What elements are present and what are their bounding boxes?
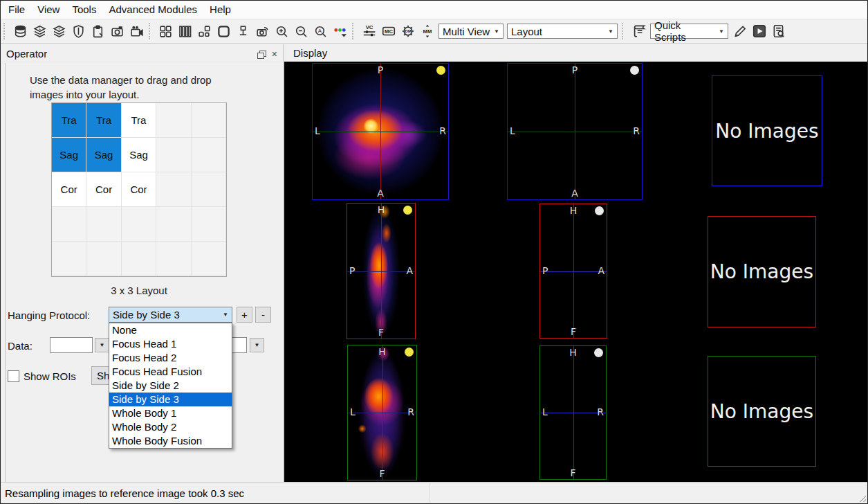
viewport-r1c3[interactable]: No Images	[712, 75, 822, 186]
layout-select[interactable]: Layout▼	[507, 24, 618, 39]
edit-script-button[interactable]	[730, 22, 749, 41]
hanging-protocol-option[interactable]: Focus Head 1	[109, 337, 232, 351]
layout-grid-cell[interactable]	[156, 207, 191, 242]
remove-protocol-button[interactable]: -	[255, 307, 271, 323]
volume-control-button[interactable]: VC	[360, 22, 378, 41]
layout-grid-cell[interactable]	[192, 207, 226, 242]
hanging-protocol-option[interactable]: Side by Side 3	[109, 393, 232, 406]
viewport-r3c1[interactable]: HFLR	[347, 345, 417, 480]
viewport-r2c1[interactable]: HFPA	[347, 203, 416, 339]
menu-item-file[interactable]: File	[2, 1, 31, 19]
screenshot-button[interactable]	[108, 22, 127, 41]
layout-grid-cell[interactable]	[156, 103, 191, 138]
hanging-protocol-option[interactable]: Focus Head Fusion	[109, 365, 232, 379]
pin-icon	[236, 24, 250, 39]
menu-item-advanced-modules[interactable]: Advanced Modules	[102, 1, 203, 19]
layout-single-button[interactable]	[214, 22, 233, 41]
main-toolbar: 1 + A VC MC DM MM Multi View▼ L	[1, 19, 867, 44]
layout-custom-button[interactable]	[195, 22, 214, 41]
menu-item-tools[interactable]: Tools	[66, 1, 102, 19]
report-button[interactable]	[769, 22, 788, 41]
data-manager-button[interactable]	[11, 22, 30, 41]
hanging-protocol-option[interactable]: Focus Head 2	[109, 351, 232, 365]
run-script-button[interactable]	[750, 22, 768, 41]
layout-grid-cell[interactable]: Sag	[122, 138, 156, 172]
layout-grid-cell[interactable]	[192, 242, 226, 276]
layout-grid-cell[interactable]	[52, 207, 86, 242]
layout-grid-cell[interactable]: Cor	[86, 172, 121, 207]
viewport-r2c3[interactable]: No Images	[708, 216, 816, 327]
layout-grid-cell[interactable]	[86, 242, 121, 276]
show-rois-checkbox[interactable]	[8, 370, 19, 382]
record-movie-button[interactable]	[127, 22, 146, 41]
layout-grid-cell[interactable]	[156, 138, 191, 172]
menu-bar: FileViewToolsAdvanced ModulesHelp	[1, 1, 867, 19]
toolbar-drag-handle[interactable]	[3, 23, 7, 39]
layout-grid-cell[interactable]: Cor	[52, 172, 86, 207]
database-icon	[13, 24, 28, 39]
layers-add-button[interactable]: +	[50, 22, 68, 41]
layout-grid-cell[interactable]	[192, 103, 226, 138]
viewport-r1c2[interactable]: PALR	[507, 63, 643, 200]
toolbar-drag-handle[interactable]	[622, 23, 625, 39]
pin-views-button[interactable]	[234, 22, 252, 41]
resize-grip[interactable]	[858, 494, 866, 502]
layout-grid-cell[interactable]	[192, 172, 226, 207]
menu-item-help[interactable]: Help	[203, 1, 237, 19]
svg-text:A: A	[318, 28, 322, 34]
viewport-r3c3[interactable]: No Images	[708, 356, 816, 467]
layout-grid-cell[interactable]: Sag	[86, 138, 121, 172]
menu-item-view[interactable]: View	[31, 1, 66, 19]
layout-columns-button[interactable]	[176, 22, 194, 41]
min-max-button[interactable]: MM	[418, 22, 436, 41]
layout-grid-cell[interactable]	[52, 242, 86, 276]
layout-grid-cell[interactable]	[156, 172, 191, 207]
layout-2x2-button[interactable]	[156, 22, 175, 41]
layout-grid-cell[interactable]	[122, 242, 156, 276]
layout-grid-cell[interactable]: Tra	[86, 103, 121, 138]
layout-grid-cell[interactable]: Tra	[52, 103, 86, 138]
hanging-protocol-option[interactable]: Whole Body 1	[109, 406, 232, 420]
toolbar-drag-handle[interactable]	[149, 23, 152, 39]
layout-grid-cell[interactable]	[86, 207, 121, 242]
layers-single-button[interactable]: 1	[30, 22, 49, 41]
layout-grid-cell[interactable]: Cor	[122, 172, 156, 207]
zoom-in-button[interactable]	[273, 22, 291, 41]
paste-button[interactable]	[89, 22, 107, 41]
crosshair-horizontal-line	[313, 132, 448, 132]
add-protocol-button[interactable]: +	[237, 307, 252, 323]
close-panel-icon[interactable]: ×	[272, 50, 277, 58]
quick-scripts-select[interactable]: Quick Scripts▼	[650, 24, 728, 39]
application-window: FileViewToolsAdvanced ModulesHelp 1 + A	[0, 0, 868, 504]
float-panel-icon[interactable]	[257, 51, 265, 57]
data-module-button[interactable]: DM	[398, 22, 417, 41]
capture-view-button[interactable]	[253, 22, 272, 41]
layout-grid-cell[interactable]: Tra	[122, 103, 156, 138]
scripts-button[interactable]	[629, 22, 648, 41]
hanging-protocol-dropdown: NoneFocus Head 1Focus Head 2Focus Head F…	[109, 323, 232, 449]
hanging-protocol-option[interactable]: Whole Body 2	[109, 420, 232, 434]
zoom-out-button[interactable]	[292, 22, 311, 41]
viewport-r2c2[interactable]: HFPA	[539, 204, 607, 339]
hanging-protocol-select[interactable]: Side by Side 3 ▼	[109, 307, 232, 323]
layout-grid-cell[interactable]	[122, 207, 156, 242]
layout-grid-cell[interactable]: Sag	[52, 138, 86, 172]
layout-grid-cell[interactable]	[156, 242, 191, 276]
hanging-protocol-option[interactable]: Side by Side 2	[109, 379, 232, 393]
colormap-button[interactable]	[331, 22, 349, 41]
toolbar-drag-handle[interactable]	[352, 23, 355, 39]
hanging-protocol-option[interactable]: Whole Body Fusion	[109, 434, 232, 448]
viewport-r3c2[interactable]: HFLR	[539, 345, 607, 480]
no-images-label: No Images	[708, 357, 815, 466]
multi-control-button[interactable]: MC	[379, 22, 398, 41]
zoom-auto-button[interactable]: A	[311, 22, 330, 41]
viewport-r1c1[interactable]: PALR	[312, 63, 449, 200]
data-field-1-dropdown-button[interactable]: ▼	[95, 338, 109, 352]
orientation-label-right: R	[597, 406, 604, 417]
protocol-edit-button[interactable]	[69, 22, 88, 41]
layout-grid-cell[interactable]	[192, 138, 226, 172]
data-field-1[interactable]	[50, 337, 93, 353]
hanging-protocol-option[interactable]: None	[109, 323, 232, 337]
multi-view-select[interactable]: Multi View▼	[438, 24, 504, 39]
data-field-2-dropdown-button[interactable]: ▼	[250, 338, 264, 352]
